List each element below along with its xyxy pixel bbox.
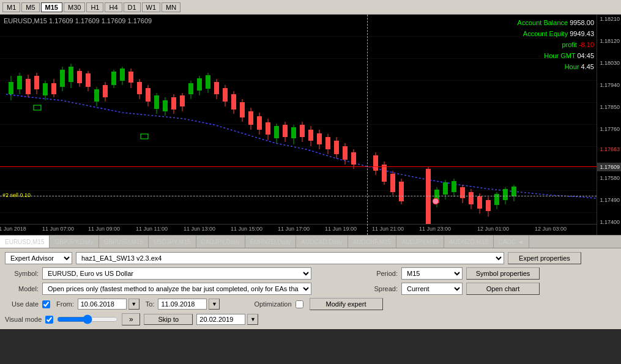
skip-to-date-group: ▼ [196,314,258,325]
use-date-checkbox[interactable] [42,300,50,308]
profit-value: -8.10 [579,41,594,48]
svg-rect-58 [240,102,245,117]
trade-label: #2 sell 0.10 [2,192,31,198]
tab-audnzd-m15[interactable]: AUDNZD,M15 [444,235,494,248]
to-calendar-button[interactable]: ▼ [209,299,220,310]
time-axis: 11 Jun 2018 11 Jun 07:00 11 Jun 09:00 11… [0,224,597,235]
fast-forward-button[interactable]: » [122,313,140,325]
from-calendar-button[interactable]: ▼ [128,299,139,310]
svg-rect-80 [334,141,339,154]
symbol-select[interactable]: EURUSD, Euro vs US Dollar [42,267,311,280]
price-1.17490: 1.17490 [600,197,620,203]
expert-advisor-type-select[interactable]: Expert Advisor [5,252,72,264]
from-date-group: ▼ [78,299,139,310]
tab-gbpusd-m15[interactable]: GBPUSD,M15 [99,235,149,248]
to-date-input[interactable] [158,299,207,310]
symbol-label: Symbol: [5,270,39,277]
svg-rect-70 [291,127,296,138]
tab-audcad-daily[interactable]: AUDCAD,Daily [296,235,348,248]
skip-to-button[interactable]: Skip to [144,314,193,325]
time-label-2: 11 Jun 09:00 [88,226,120,232]
equity-label: Account Equity [523,30,568,37]
model-select[interactable]: Open prices only (fastest method to anal… [42,283,311,295]
price-1.17760: 1.17760 [600,126,620,132]
svg-rect-68 [283,125,288,137]
timeframe-h1[interactable]: H1 [86,2,103,12]
hour-gmt-value: 04:45 [577,52,594,59]
tab-gbpjpy-daily[interactable]: GBPJPY,Daily [50,235,99,248]
spread-label: Spread: [364,285,398,292]
tab-usdjpy-m15[interactable]: USDJPY,M15 [149,235,196,248]
equity-value: 9949.43 [570,30,594,37]
svg-rect-24 [94,89,99,102]
visual-mode-checkbox[interactable] [45,316,53,324]
svg-rect-56 [231,94,236,110]
bottom-panel: Expert Advisor haz1_EA1_SW13 v2.3.ex4 Ex… [0,248,621,329]
symbol-properties-button[interactable]: Symbol properties [466,267,540,280]
price-1.17940: 1.17940 [600,82,620,88]
timeframe-m30[interactable]: M30 [64,2,85,12]
expert-properties-button[interactable]: Expert properties [508,252,581,264]
tab-eurnzd-daily[interactable]: EURNZD,Daily [245,235,297,248]
timeframe-m1[interactable]: M1 [2,2,20,12]
svg-rect-114 [511,187,516,196]
price-1.18120: 1.18120 [600,38,620,44]
chart-price-3: 1.17609 [102,17,128,24]
chart-price-2: 1.17609 [75,17,102,24]
svg-rect-92 [399,182,404,201]
timeframe-m15[interactable]: M15 [41,2,62,12]
svg-rect-86 [373,155,378,171]
svg-rect-102 [460,187,465,198]
svg-rect-10 [34,76,39,89]
svg-rect-74 [308,130,313,141]
svg-rect-66 [274,126,279,138]
expert-advisor-select[interactable]: haz1_EA1_SW13 v2.3.ex4 [76,252,504,264]
dashed-horizontal-line [0,196,597,196]
skip-to-date-input[interactable] [196,314,245,325]
tab-audjpy-m15[interactable]: AUDJPY,M15 [396,235,444,248]
hour-label: Hour [565,63,579,70]
optimization-checkbox[interactable] [296,300,303,308]
chart-outer: EURUSD,M15 1.17609 1.17609 1.17609 1.176… [0,15,597,235]
period-select[interactable]: M15 [401,267,463,280]
optimization-label: Optimization [254,300,291,308]
svg-rect-60 [248,111,253,125]
time-label-8: 11 Jun 21:00 [372,226,404,232]
chart-price-1: 1.17609 [49,17,75,24]
tab-audchf-m15[interactable]: AUDCHF,M15 [348,235,397,248]
svg-rect-28 [111,72,116,85]
tab-eurusd-m15[interactable]: EURUSD,M15 [0,235,50,248]
svg-rect-12 [43,83,48,95]
modify-expert-button[interactable]: Modify expert [310,298,383,310]
svg-rect-78 [325,137,330,149]
time-label-5: 11 Jun 15:00 [231,226,262,232]
visual-speed-slider[interactable] [57,314,118,324]
timeframe-d1[interactable]: D1 [124,2,141,12]
svg-rect-14 [51,83,56,94]
to-label: To: [146,300,155,308]
tab-cadjpy-daily[interactable]: CADJPY,Daily [196,235,245,248]
spread-select[interactable]: Current [401,283,463,295]
time-label-3: 11 Jun 11:00 [136,226,168,232]
open-chart-button[interactable]: Open chart [466,283,540,295]
skip-to-calendar-button[interactable]: ▼ [247,314,258,325]
svg-rect-112 [503,189,508,200]
timeframe-w1[interactable]: W1 [142,2,161,12]
svg-rect-104 [469,192,474,204]
tester-row2: Symbol: EURUSD, Euro vs US Dollar Period… [5,267,616,280]
from-date-input[interactable] [78,299,127,310]
price-1.17850: 1.17850 [600,104,620,110]
tab-cadc[interactable]: CADC ◄ [494,235,529,248]
timeframe-m5[interactable]: M5 [21,2,39,12]
svg-rect-90 [390,174,395,192]
vertical-dashed-line [367,15,368,235]
svg-rect-44 [180,95,185,106]
chart-info: EURUSD,M15 1.17609 1.17609 1.17609 1.176… [4,17,152,24]
timeframe-h4[interactable]: H4 [105,2,122,12]
svg-rect-64 [266,122,270,135]
price-1.17580: 1.17580 [600,175,620,181]
svg-rect-34 [137,82,142,94]
timeframe-mn[interactable]: MN [162,2,180,12]
tester-row5: Visual mode » Skip to ▼ [5,313,616,325]
price-1.18030: 1.18030 [600,60,620,66]
